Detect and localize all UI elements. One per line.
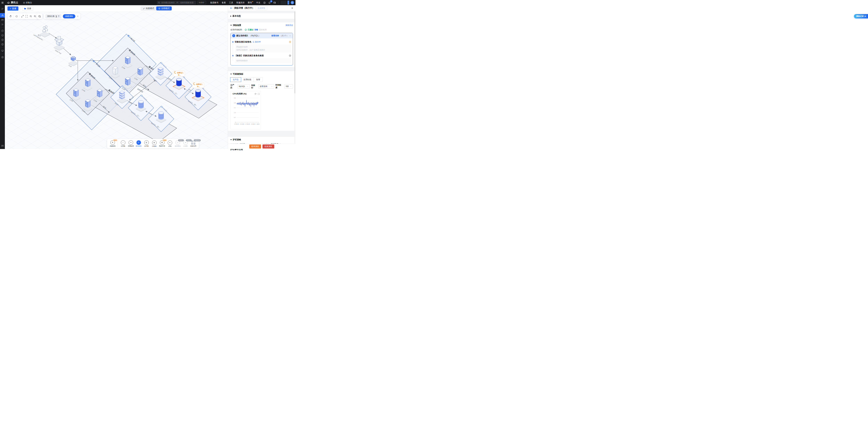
drill-task-unit: 个 — [58, 15, 60, 18]
nav-item-中文[interactable]: 中文 — [256, 1, 260, 4]
fit-screen-icon[interactable] — [25, 15, 28, 18]
section-gap — [228, 19, 296, 22]
tab-告警[interactable]: 告警 — [254, 77, 262, 82]
step-dot — [232, 41, 234, 42]
nav-item-备案[interactable]: 备案 — [222, 1, 226, 4]
env-recheck-link[interactable]: 重新检测 — [259, 28, 267, 31]
canvas-tools — [8, 13, 38, 19]
dock-item-云诊断[interactable]: 开发中云诊断 — [182, 140, 189, 147]
catalog-button[interactable]: 目录 — [22, 6, 33, 10]
drill-log-link[interactable]: 演练日志 — [285, 24, 293, 27]
tab-云产品[interactable]: 云产品 — [230, 77, 241, 82]
close-icon[interactable] — [291, 7, 293, 9]
expanded-caret-icon[interactable] — [230, 25, 232, 26]
create-button[interactable]: 新建 — [7, 6, 19, 10]
workbench-icon[interactable] — [273, 1, 276, 4]
dock-item-APM[interactable]: APM — [166, 141, 174, 147]
dock-item-label: 云护航 — [144, 145, 149, 147]
nav-item-费用[interactable]: 费用 — [248, 1, 253, 4]
dock-item-云巡检[interactable]: 云巡检 — [119, 140, 127, 147]
dock-item-混沌演练[interactable]: 混沌演练 — [135, 140, 142, 147]
svg-text:故障注入: 故障注入 — [177, 72, 184, 73]
apm-icon — [168, 141, 172, 145]
draw-mode-tab[interactable]: 绘图模式 — [141, 6, 156, 10]
user-avatar[interactable]: C — [290, 1, 294, 4]
sidebar-item-patrol-circle[interactable] — [0, 28, 5, 33]
sidebar-avatar[interactable] — [0, 7, 5, 11]
svg-text:1.4: 1.4 — [234, 112, 236, 113]
dock-item-label: 预案管理 — [159, 145, 165, 147]
expanded-caret-icon[interactable] — [230, 139, 232, 140]
panel-scrollbar[interactable] — [294, 11, 295, 144]
generate-report-button[interactable]: 生成报告 — [256, 6, 267, 10]
sidebar-item-pipeline[interactable] — [0, 22, 5, 27]
governance-mode-tab[interactable]: 治理模式 — [156, 6, 172, 10]
stop-drill-button[interactable]: 结束演练 — [262, 145, 274, 148]
rotate-2d-icon[interactable] — [15, 15, 18, 18]
sidebar-item-transfer-circle[interactable] — [0, 55, 5, 59]
sidebar-item-plan-circle[interactable] — [0, 42, 5, 47]
expanded-caret-icon[interactable] — [230, 73, 232, 75]
basic-info-title: 基本信息 — [232, 14, 241, 18]
filter-select-云产品[interactable]: MySQL — [238, 84, 250, 89]
drill-task-bar: 演练任务 1 个 新建演练 — [44, 13, 81, 19]
filter-select-时间粒度[interactable]: 5秒 — [284, 84, 293, 89]
dock-item-label: 混沌演练 — [136, 145, 142, 147]
clock-running-icon — [289, 41, 291, 43]
dock-item-健康看板[interactable]: 开发中健康看板 — [174, 140, 181, 147]
support-icon[interactable] — [263, 1, 266, 4]
sidebar-item-billboard[interactable] — [0, 18, 5, 22]
zoom-in-icon[interactable] — [34, 15, 36, 18]
new-drill-button[interactable]: 新建演练 — [63, 14, 75, 19]
pause-drill-button[interactable]: 暂停演练 — [249, 145, 261, 148]
dock-item-预案管理[interactable]: Beta预案管理 — [158, 140, 166, 147]
svg-text:故障注入: 故障注入 — [196, 83, 203, 85]
section-gap — [228, 131, 296, 137]
expand-icon[interactable] — [21, 15, 24, 18]
create-button-label: 新建 — [12, 7, 16, 10]
pan-hand-icon[interactable] — [9, 15, 12, 18]
dock-item-云护航[interactable]: 云护航 — [143, 140, 150, 147]
step-row[interactable]: 【恢复】切换实例主备角色恢复 — [232, 53, 291, 58]
env-check-label: 全局环境检测： — [230, 28, 244, 31]
dock-item-更多应用[interactable]: 欢迎共创更多应用 — [190, 140, 197, 147]
dock-item-卓越架构[interactable]: Beta卓越架构 — [109, 140, 116, 147]
collapse-chevron-icon[interactable] — [77, 15, 79, 18]
action-group-header[interactable]: 1 默认动作组1 （MySQL） 查看实例 （共1个） — [230, 33, 293, 38]
nav-item-集团账号[interactable]: 集团账号 — [210, 1, 219, 4]
back-arrow-icon[interactable] — [230, 7, 232, 9]
drill-task-count: 1 — [56, 15, 57, 18]
chevron-down-icon[interactable] — [289, 35, 291, 37]
basic-info-section[interactable]: 基本信息 — [228, 13, 296, 19]
nav-item-客服支持[interactable]: 客服支持 — [236, 1, 245, 4]
notification-bell[interactable]: 2 — [268, 1, 271, 4]
filter-select-实例ID[interactable]: 全部实例 — [258, 84, 274, 89]
view-instances-link[interactable]: 查看实例 — [271, 34, 279, 37]
fullscreen-icon[interactable] — [258, 93, 260, 95]
tencent-cloud-logo[interactable]: 腾讯云 — [7, 1, 19, 4]
step-list: 切换实例主备角色执行中开始执行动作动作正在执行，[1]个实例正在执行【恢复】切换… — [230, 38, 293, 65]
env-detail-link[interactable]: 详情 — [254, 28, 258, 31]
dock-item-ChatBI[interactable]: ChatBI — [151, 141, 158, 147]
sidebar-apps-grid-icon[interactable] — [0, 144, 5, 148]
zoom-out-icon[interactable] — [30, 15, 32, 18]
console-link[interactable]: 控制台 — [23, 1, 32, 4]
sidebar-item-screen[interactable] — [0, 49, 5, 53]
global-search-input[interactable] — [157, 1, 196, 4]
sidebar-item-guard-circle[interactable] — [0, 33, 5, 37]
svg-text:18:03: 18:03 — [256, 123, 259, 125]
svg-text:0.7: 0.7 — [234, 117, 236, 118]
hamburger-menu-icon[interactable] — [0, 1, 5, 4]
dock-item-容量监测[interactable]: 容量监测 — [127, 140, 134, 147]
cloud-logo-icon — [7, 1, 10, 4]
tab-应用性能[interactable]: 应用性能 — [241, 77, 254, 82]
canvas-search-button[interactable] — [37, 13, 42, 19]
nav-item-工具[interactable]: 工具 — [229, 1, 233, 4]
step-row[interactable]: 切换实例主备角色执行中 — [232, 39, 291, 44]
refresh-icon[interactable] — [254, 93, 256, 95]
drill-task-chip[interactable]: 演练任务 1 个 — [45, 14, 61, 19]
architecture-canvas[interactable]: 广州六区广州七区数据层数据层逻辑层逻辑层广州六区广州六区广州六区广州七区广州七区… — [5, 12, 228, 149]
sidebar-item-architecture[interactable] — [0, 13, 5, 18]
escort-icon — [144, 140, 149, 145]
sidebar-item-chat-circle[interactable] — [0, 37, 5, 42]
